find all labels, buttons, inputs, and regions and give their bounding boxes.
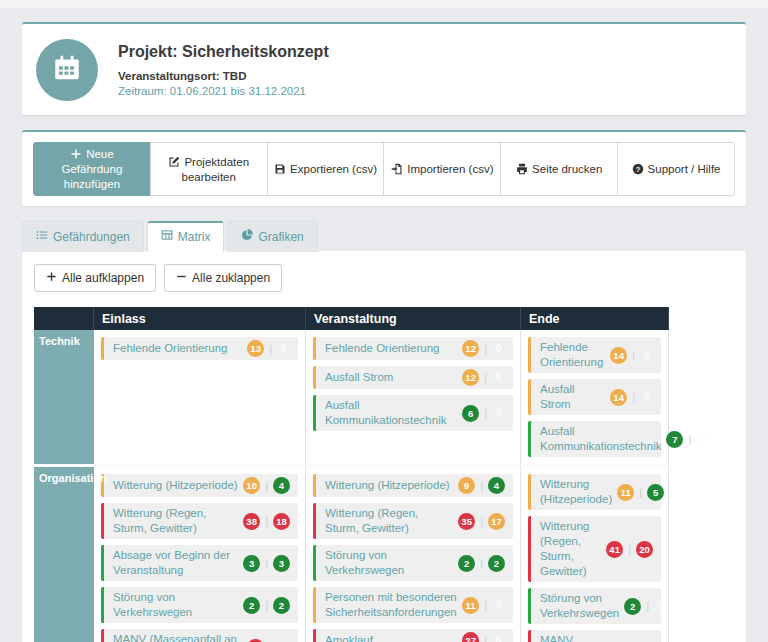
hazard-item[interactable]: MANV (Massenanfall an Verletzten)27|0: [528, 630, 661, 642]
expand-all-button[interactable]: Alle aufklappen: [34, 264, 156, 292]
hazard-item[interactable]: MANV (Massenanfall an Verletzten)25|0: [101, 629, 298, 642]
plus-icon: [70, 148, 82, 160]
hazard-item[interactable]: Witterung (Regen, Sturm, Gewitter)38|18: [101, 503, 298, 539]
risk-badge: 2: [624, 598, 641, 615]
risk-badge: 38: [243, 513, 260, 530]
hazard-item[interactable]: Ausfall Strom12|0: [313, 366, 513, 389]
risk-badge: 0: [492, 600, 505, 611]
risk-badge: 11: [462, 597, 479, 614]
minus-icon: [176, 271, 187, 285]
hazard-item[interactable]: Witterung (Hitzeperiode)9|4: [313, 474, 513, 497]
risk-badge: 0: [492, 408, 505, 419]
hazard-item[interactable]: Störung von Verkehrswegen2|0: [528, 588, 661, 624]
risk-badge: 5: [647, 484, 664, 501]
page: Projekt: Sicherheitskonzept Veranstaltun…: [0, 8, 768, 642]
project-header-card: Projekt: Sicherheitskonzept Veranstaltun…: [22, 22, 746, 115]
risk-badge: 0: [640, 392, 653, 403]
hazard-item[interactable]: Fehlende Orientierung13|0: [101, 337, 298, 360]
tab-label: Grafiken: [258, 230, 303, 244]
risk-badge: 11: [617, 484, 634, 501]
toolbar-button-label: Importieren (csv): [407, 163, 493, 175]
risk-badge: 3: [273, 555, 290, 572]
hazard-item[interactable]: Ausfall Kommunikationstechnik6|0: [313, 395, 513, 431]
risk-badge: 2: [488, 555, 505, 572]
tab-gefaehrdungen[interactable]: Gefährdungen: [22, 221, 144, 252]
hazard-label: Personen mit besonderen Sicherheitsanfor…: [325, 590, 462, 620]
hazard-badges: 9|4: [458, 477, 505, 494]
matrix-corner-cell: [34, 307, 94, 330]
hazard-badges: 2|2: [243, 597, 290, 614]
hazard-label: Witterung (Hitzeperiode): [325, 478, 458, 493]
hazard-label: Ausfall Strom: [540, 382, 610, 412]
matrix-cell-organisation-ende: Witterung (Hitzeperiode)11|5Witterung (R…: [521, 467, 669, 642]
tab-grafiken[interactable]: Grafiken: [227, 221, 317, 252]
hazard-badges: 2|2: [458, 555, 505, 572]
badge-separator: |: [265, 515, 268, 527]
edit-project-button[interactable]: Projektdaten bearbeiten: [150, 142, 268, 196]
new-hazard-button[interactable]: Neue Gefährdung hinzufügen: [33, 142, 151, 196]
row-label-technik: Technik: [34, 330, 94, 467]
print-page-button[interactable]: Seite drucken: [500, 142, 618, 196]
svg-text:?: ?: [635, 165, 640, 174]
import-csv-button[interactable]: Importieren (csv): [383, 142, 501, 196]
hazard-item[interactable]: Fehlende Orientierung14|0: [528, 337, 661, 373]
hazard-item[interactable]: Witterung (Regen, Sturm, Gewitter)35|17: [313, 503, 513, 539]
hazard-badges: 38|18: [243, 513, 290, 530]
hazard-item[interactable]: Witterung (Hitzeperiode)10|4: [101, 474, 298, 497]
matrix-row-technik: TechnikFehlende Orientierung13|0Fehlende…: [34, 330, 669, 467]
collapse-all-button[interactable]: Alle zuklappen: [164, 264, 282, 292]
hazard-item[interactable]: Amoklauf27|0: [313, 629, 513, 642]
import-icon: [391, 163, 403, 175]
plus-icon: [46, 271, 57, 285]
risk-badge: 0: [492, 635, 505, 642]
hazard-badges: 13|0: [247, 340, 290, 357]
risk-badge: 20: [636, 541, 653, 558]
risk-badge: 4: [273, 477, 290, 494]
row-label-organisation: Organisation: [34, 467, 94, 642]
risk-badge: 27: [462, 632, 479, 642]
tab-matrix[interactable]: Matrix: [147, 221, 225, 252]
edit-icon: [168, 156, 180, 168]
badge-separator: |: [269, 343, 272, 355]
risk-badge: 0: [696, 434, 709, 445]
badge-separator: |: [484, 372, 487, 384]
expand-all-label: Alle aufklappen: [62, 271, 144, 285]
hazard-item[interactable]: Personen mit besonderen Sicherheitsanfor…: [313, 587, 513, 623]
risk-badge: 18: [273, 513, 290, 530]
hazard-item[interactable]: Störung von Verkehrswegen2|2: [101, 587, 298, 623]
badge-separator: |: [265, 557, 268, 569]
risk-badge: 41: [606, 541, 623, 558]
matrix-cell-organisation-einlass: Witterung (Hitzeperiode)10|4Witterung (R…: [94, 467, 306, 642]
badge-separator: |: [632, 349, 635, 361]
matrix-column-header-einlass: Einlass: [94, 307, 306, 330]
hazard-item[interactable]: Absage vor Beginn der Veranstaltung3|3: [101, 545, 298, 581]
hazard-label: Amoklauf: [325, 633, 462, 642]
badge-separator: |: [484, 343, 487, 355]
hazard-badges: 3|3: [243, 555, 290, 572]
risk-badge: 35: [458, 513, 475, 530]
matrix-cell-organisation-veranstaltung: Witterung (Hitzeperiode)9|4Witterung (Re…: [306, 467, 521, 642]
risk-badge: 12: [462, 369, 479, 386]
hazard-item[interactable]: Ausfall Kommunikationstechnik7|0: [528, 421, 661, 457]
tab-bar: GefährdungenMatrixGrafiken: [22, 221, 746, 252]
top-strip: [0, 0, 768, 8]
badge-separator: |: [484, 599, 487, 611]
hazard-badges: 27|0: [462, 632, 505, 642]
badge-separator: |: [480, 480, 483, 492]
badge-separator: |: [265, 480, 268, 492]
risk-badge: 4: [488, 477, 505, 494]
support-help-button[interactable]: ?Support / Hilfe: [617, 142, 735, 196]
matrix-cell-technik-veranstaltung: Fehlende Orientierung12|0Ausfall Strom12…: [306, 330, 521, 467]
print-icon: [516, 163, 528, 175]
project-location: Veranstaltungsort: TBD: [118, 70, 329, 82]
toolbar-button-label: Projektdaten bearbeiten: [182, 156, 249, 183]
hazard-badges: 6|0: [462, 405, 505, 422]
hazard-item[interactable]: Störung von Verkehrswegen2|2: [313, 545, 513, 581]
risk-badge: 6: [462, 405, 479, 422]
hazard-item[interactable]: Fehlende Orientierung12|0: [313, 337, 513, 360]
export-csv-button[interactable]: Exportieren (csv): [267, 142, 385, 196]
hazard-item[interactable]: Witterung (Regen, Sturm, Gewitter)41|20: [528, 516, 661, 582]
hazard-item[interactable]: Witterung (Hitzeperiode)11|5: [528, 474, 661, 510]
hazard-item[interactable]: Ausfall Strom14|0: [528, 379, 661, 415]
toolbar-button-label: Seite drucken: [532, 163, 602, 175]
